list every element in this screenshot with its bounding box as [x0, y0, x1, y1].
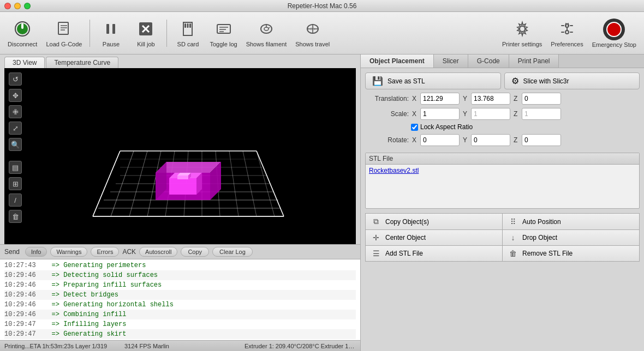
svg-rect-7: [106, 24, 109, 34]
shows-filament-button[interactable]: Shows filament: [243, 17, 290, 50]
sx-label: X: [412, 110, 419, 118]
printer-settings-button[interactable]: Printer settings: [499, 17, 545, 50]
auto-position-btn[interactable]: ⠿ Auto Position: [503, 214, 639, 229]
shows-travel-label: Shows travel: [295, 41, 330, 47]
tab-temperature-curve[interactable]: Temperature Curve: [46, 57, 118, 68]
tab-3d-view[interactable]: 3D View: [4, 57, 45, 68]
rotate-label: Rotate:: [365, 136, 409, 144]
svg-rect-12: [184, 23, 186, 28]
sy-label: Y: [463, 110, 469, 118]
rz-coord: Z: [514, 134, 561, 146]
separator-1: [90, 20, 90, 47]
emergency-stop-icon: [603, 19, 625, 40]
autoscroll-button[interactable]: Autoscroll: [139, 247, 177, 257]
tx-input[interactable]: [420, 93, 460, 105]
log-text: => Detect bridges: [40, 290, 118, 300]
errors-tab-button[interactable]: Errors: [91, 247, 119, 257]
copy-objects-label: Copy Object(s): [385, 218, 429, 226]
log-time: 10:29:47: [4, 329, 40, 339]
load-gcode-label: Load G-Code: [46, 41, 82, 47]
sd-card-icon: [178, 19, 198, 39]
disconnect-icon: [13, 19, 32, 39]
sz-input[interactable]: [522, 108, 561, 120]
3d-scene-svg: [49, 80, 311, 233]
info-tab-button[interactable]: Info: [25, 247, 47, 257]
load-gcode-button[interactable]: Load G-Code: [43, 17, 85, 50]
toggle-log-button[interactable]: Toggle log: [206, 17, 240, 50]
rz-input[interactable]: [522, 134, 561, 146]
drop-object-btn[interactable]: ↓ Drop Object: [503, 230, 639, 245]
svg-marker-61: [169, 178, 196, 195]
emergency-stop-label: Emergency Stop: [592, 41, 636, 48]
load-gcode-icon: [54, 19, 74, 39]
kill-job-button[interactable]: Kill job: [129, 17, 162, 50]
pause-icon: [101, 19, 121, 39]
log-time: 10:29:46: [4, 310, 40, 319]
disconnect-button[interactable]: Disconnect: [4, 17, 40, 50]
toggle-log-label: Toggle log: [210, 41, 237, 47]
window-controls: [4, 3, 31, 9]
rx-input[interactable]: [420, 134, 460, 146]
log-toolbar: Send Info Warnings Errors ACK Autoscroll…: [0, 245, 360, 259]
gear-icon: ⚙: [511, 76, 519, 86]
ack-label: ACK: [122, 248, 136, 256]
log-line: 10:29:46 => Preparing infill surfaces: [4, 280, 356, 290]
warnings-tab-button[interactable]: Warnings: [50, 247, 87, 257]
send-label: Send: [4, 248, 20, 256]
slice-button[interactable]: ⚙ Slice with Slic3r: [504, 72, 640, 89]
copy-log-button[interactable]: Copy: [181, 247, 209, 257]
log-text: => Preparing infill surfaces: [40, 280, 162, 290]
emergency-stop-button[interactable]: Emergency Stop: [589, 16, 640, 50]
translation-row: Translation: X Y Z: [365, 93, 640, 105]
rx-label: X: [412, 136, 419, 144]
add-stl-btn[interactable]: ☰ Add STL File: [366, 246, 502, 261]
tab-object-placement[interactable]: Object Placement: [361, 55, 434, 68]
kill-job-label: Kill job: [137, 41, 154, 47]
sx-input[interactable]: [420, 108, 460, 120]
log-time: 10:29:47: [4, 319, 40, 329]
close-button[interactable]: [4, 3, 11, 9]
save-stl-button[interactable]: 💾 Save as STL: [365, 72, 501, 89]
tz-input[interactable]: [522, 93, 561, 105]
pause-button[interactable]: Pause: [94, 17, 127, 50]
action-buttons-grid: ⧉ Copy Object(s) ⠿ Auto Position ✛ Cente…: [365, 213, 640, 262]
svg-rect-13: [187, 23, 189, 28]
object-placement-panel: 💾 Save as STL ⚙ Slice with Slic3r Transl…: [361, 68, 644, 150]
log-line: 10:29:46 => Detect bridges: [4, 290, 356, 300]
sy-input[interactable]: [471, 108, 510, 120]
log-content[interactable]: 10:27:43 => Generating perimeters10:29:4…: [0, 259, 360, 340]
tab-slicer[interactable]: Slicer: [434, 55, 468, 68]
log-time: 10:29:46: [4, 300, 40, 310]
tab-print-panel[interactable]: Print Panel: [509, 55, 559, 68]
save-icon: 💾: [372, 76, 383, 86]
minimize-button[interactable]: [14, 3, 21, 9]
sy-coord: Y: [463, 108, 510, 120]
auto-position-label: Auto Position: [522, 218, 561, 226]
log-line: 10:29:47 => Generating skirt: [4, 329, 356, 339]
scale-label: Scale:: [365, 110, 409, 118]
remove-stl-btn[interactable]: 🗑 Remove STL File: [503, 246, 639, 261]
lock-aspect-checkbox[interactable]: [411, 124, 418, 131]
log-text: => Generating skirt: [40, 329, 126, 339]
clear-log-button[interactable]: Clear Log: [212, 247, 253, 257]
tx-coord: X: [412, 93, 460, 105]
preferences-button[interactable]: Preferences: [547, 17, 586, 50]
stl-header: STL File: [366, 153, 639, 165]
disconnect-label: Disconnect: [8, 41, 37, 47]
sd-card-button[interactable]: SD card: [171, 17, 204, 50]
ry-input[interactable]: [471, 134, 510, 146]
shows-travel-button[interactable]: Shows travel: [292, 17, 333, 50]
svg-point-28: [565, 24, 569, 27]
tab-gcode[interactable]: G-Code: [468, 55, 509, 68]
print-status: Printing...ETA 1h:53m:23s Layer 1/319: [4, 343, 116, 349]
log-line: 10:27:43 => Generating perimeters: [4, 261, 356, 270]
ty-input[interactable]: [471, 93, 510, 105]
ry-label: Y: [463, 136, 469, 144]
copy-objects-btn[interactable]: ⧉ Copy Object(s): [366, 214, 502, 229]
log-line: 10:29:47 => Infilling layers: [4, 319, 356, 329]
log-line: 10:29:46 => Detecting solid surfaces: [4, 270, 356, 280]
stl-filename[interactable]: Rocketbasev2.stl: [369, 167, 419, 174]
center-object-btn[interactable]: ✛ Center Object: [366, 230, 502, 245]
maximize-button[interactable]: [24, 3, 31, 9]
svg-point-29: [565, 31, 569, 34]
